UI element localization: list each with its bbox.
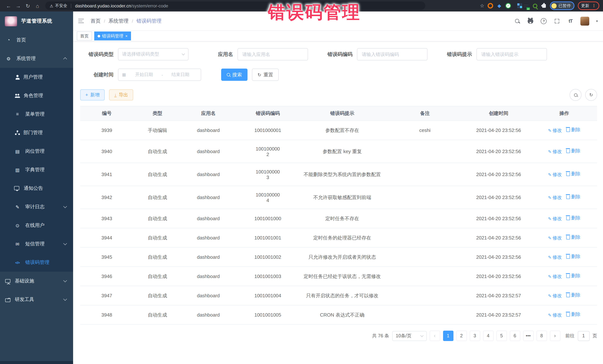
edit-row-button[interactable]: ✎修改 [548, 312, 562, 318]
browser-profile-chip[interactable]: 已暂停 [550, 1, 574, 10]
filter-select-错误码类型[interactable]: 请选择错误码类型 [118, 48, 188, 60]
edit-row-button[interactable]: ✎修改 [548, 128, 562, 134]
edit-row-button[interactable]: ✎修改 [548, 235, 562, 241]
cell-code: 1001000004 [235, 186, 300, 209]
text-input[interactable] [361, 51, 423, 57]
delete-row-button[interactable]: 删除 [566, 292, 580, 298]
browser-reload-icon[interactable]: ↻ [23, 3, 33, 9]
page-size-select[interactable]: 10条/页 [392, 331, 427, 341]
user-avatar[interactable] [580, 16, 590, 25]
browser-home-icon[interactable]: ⌂ [33, 3, 42, 9]
browser-forward-icon[interactable]: → [13, 3, 23, 9]
breadcrumb-item[interactable]: 首页 [91, 18, 101, 24]
delete-row-button[interactable]: 删除 [566, 254, 580, 260]
add-button[interactable]: + 新增 [80, 89, 105, 100]
sidebar-item-系统管理[interactable]: ⚙系统管理 [0, 49, 73, 68]
sidebar-item-基础设施[interactable]: 基础设施 [0, 272, 73, 290]
toggle-search-button[interactable] [570, 89, 581, 101]
date-range-picker[interactable]: ▦ 开始日期 - 结束日期 [118, 69, 201, 81]
export-button[interactable]: ↓ 导出 [109, 89, 133, 100]
cell-msg: 只有开启状态的任务，才可以修改 [300, 286, 384, 305]
fullscreen-icon[interactable] [554, 18, 560, 24]
extension-orange-icon[interactable] [487, 3, 493, 9]
chevron-down-icon [420, 334, 423, 337]
delete-row-button[interactable]: 删除 [566, 194, 580, 200]
cell-time: 2021-04-20 23:52:56 [466, 163, 531, 186]
tab-错误码管理[interactable]: 错误码管理× [94, 32, 131, 40]
close-icon[interactable]: × [125, 34, 128, 38]
sidebar-item-审计日志[interactable]: ✎审计日志 [0, 198, 73, 216]
bookmark-star-icon[interactable]: ☆ [480, 3, 484, 9]
page-button-6[interactable]: 6 [510, 331, 520, 341]
sidebar-item-字典管理[interactable]: ▥字典管理 [0, 161, 73, 179]
edit-row-button[interactable]: ✎修改 [548, 149, 562, 155]
prev-page-button[interactable]: ‹ [429, 331, 440, 341]
reset-icon: ↻ [257, 72, 261, 77]
sidebar-item-用户管理[interactable]: 用户管理 [0, 68, 73, 86]
page-button-2[interactable]: 2 [456, 331, 467, 341]
browser-menu-icon[interactable]: ⋮ [592, 3, 596, 8]
sidebar-item-研发工具[interactable]: 研发工具 [0, 290, 73, 309]
delete-row-button[interactable]: 删除 [566, 127, 580, 133]
extension-grid-icon[interactable] [514, 3, 520, 9]
font-size-icon[interactable]: tT [567, 18, 574, 24]
next-page-button[interactable]: › [550, 331, 560, 341]
edit-row-button[interactable]: ✎修改 [548, 216, 562, 222]
sidebar-item-角色管理[interactable]: 角色管理 [0, 86, 73, 105]
reset-button[interactable]: ↻ 重置 [252, 69, 279, 81]
github-icon[interactable] [527, 18, 534, 24]
search-button[interactable]: 搜索 [221, 69, 247, 81]
refresh-table-button[interactable]: ↻ [585, 89, 597, 101]
page-button-3[interactable]: 3 [470, 331, 480, 341]
search-icon[interactable] [514, 18, 521, 24]
delete-row-button[interactable]: 删除 [566, 215, 580, 221]
breadcrumb-item[interactable]: 系统管理 [109, 18, 128, 24]
sidebar-item-首页[interactable]: ◔首页 [0, 31, 73, 49]
text-input[interactable] [242, 51, 304, 57]
edit-icon: ✎ [548, 294, 551, 298]
tab-首页[interactable]: 首页 [77, 32, 92, 40]
page-ellipsis-button[interactable]: ••• [523, 331, 533, 341]
extension-puzzle-icon[interactable] [541, 3, 547, 9]
goto-page-input[interactable] [578, 331, 590, 341]
sidebar-item-短信管理[interactable]: ✉短信管理 [0, 235, 73, 253]
sidebar-item-岗位管理[interactable]: ▤岗位管理 [0, 142, 73, 161]
filter-input-错误码编码[interactable] [357, 48, 428, 60]
sidebar-item-通知公告[interactable]: 通知公告 [0, 179, 73, 198]
edit-row-button[interactable]: ✎修改 [548, 195, 562, 201]
browser-back-icon[interactable]: ← [4, 3, 13, 9]
delete-row-button[interactable]: 删除 [566, 234, 580, 241]
delete-row-button[interactable]: 删除 [566, 311, 580, 318]
filter-input-应用名[interactable] [237, 48, 308, 60]
text-input[interactable] [481, 51, 543, 57]
extension-list-icon[interactable]: on [523, 3, 529, 9]
filter-input-错误码提示[interactable] [476, 48, 547, 60]
sidebar-item-在线用户[interactable]: ⊙在线用户 [0, 216, 73, 235]
hamburger-icon[interactable] [78, 19, 84, 23]
column-header-类型: 类型 [133, 106, 181, 121]
avatar-caret-icon[interactable]: ▾ [596, 19, 598, 23]
sidebar-item-错误码管理[interactable]: </>错误码管理 [0, 253, 73, 272]
browser-update-button[interactable]: 更新 ⋮ [578, 1, 599, 10]
help-icon[interactable]: ? [541, 18, 547, 24]
page-button-4[interactable]: 4 [483, 331, 493, 341]
delete-row-button[interactable]: 删除 [566, 148, 580, 154]
sidebar-item-部门管理[interactable]: 部门管理 [0, 123, 73, 142]
page-button-8[interactable]: 8 [536, 331, 547, 341]
sidebar-item-菜单管理[interactable]: ≡菜单管理 [0, 105, 73, 123]
edit-row-button[interactable]: ✎修改 [548, 293, 562, 299]
extension-key-icon[interactable] [532, 3, 538, 9]
edit-row-button[interactable]: ✎修改 [548, 172, 562, 178]
delete-row-button[interactable]: 删除 [566, 273, 580, 279]
extension-green-check-icon[interactable]: ✓ [505, 3, 511, 9]
edit-row-button[interactable]: ✎修改 [548, 274, 562, 280]
delete-row-button[interactable]: 删除 [566, 171, 580, 177]
sidebar-logo[interactable]: 芋道管理系统 [0, 11, 73, 31]
page-button-5[interactable]: 5 [496, 331, 507, 341]
extension-gem-icon[interactable]: ◆ [497, 3, 502, 9]
address-bar[interactable]: ⚠ 不安全 dashboard.yudao.iocoder.cn /system… [45, 1, 425, 10]
edit-row-button[interactable]: ✎修改 [548, 254, 562, 261]
page-buttons: 123456•••8 [443, 331, 547, 341]
cell-time: 2021-04-20 23:52:56 [466, 247, 531, 267]
page-button-1[interactable]: 1 [443, 331, 453, 341]
